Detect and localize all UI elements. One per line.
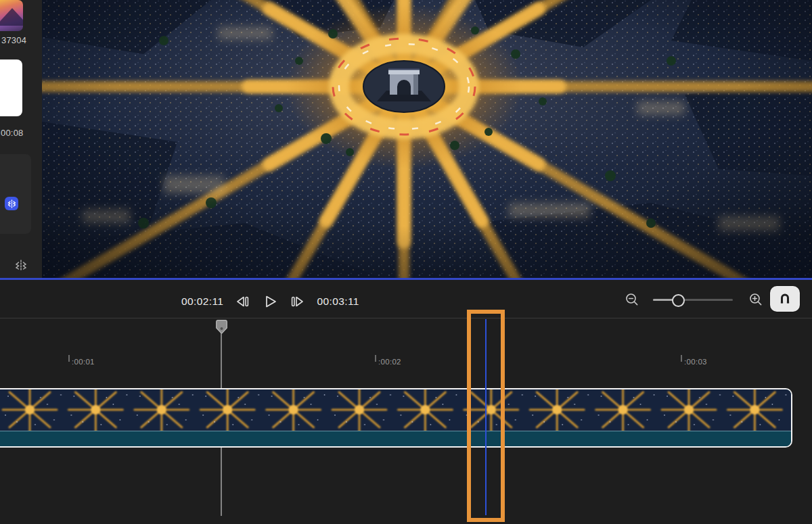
clip-filmstrip bbox=[0, 389, 791, 431]
video-preview[interactable] bbox=[42, 0, 812, 278]
next-frame-button[interactable] bbox=[289, 293, 307, 310]
snap-toggle-button[interactable] bbox=[770, 286, 800, 312]
zoom-out-button[interactable] bbox=[624, 291, 640, 308]
timeline-zoom-slider[interactable] bbox=[653, 291, 734, 308]
total-time: 00:03:11 bbox=[317, 295, 359, 308]
zoom-out-icon bbox=[625, 292, 639, 307]
ruler-tick bbox=[681, 355, 682, 362]
media-item-label: 37304 bbox=[1, 35, 26, 45]
mountain-art bbox=[0, 8, 23, 26]
media-thumbnail-landscape[interactable] bbox=[0, 0, 23, 31]
clip-audio-band bbox=[0, 431, 791, 446]
zoom-in-button[interactable] bbox=[748, 291, 764, 308]
highlight-annotation-box bbox=[467, 310, 505, 522]
split-glyph bbox=[14, 260, 28, 272]
media-item-duration: 00:08 bbox=[1, 128, 24, 138]
current-time: 00:02:11 bbox=[181, 295, 223, 308]
preview-night-city-image bbox=[42, 0, 812, 278]
ruler-tick bbox=[375, 355, 376, 362]
media-card[interactable] bbox=[0, 154, 31, 234]
ruler-tick-label: :00:02 bbox=[378, 358, 401, 366]
transport-controls: 00:02:11 bbox=[181, 293, 359, 310]
play-button[interactable] bbox=[261, 293, 279, 310]
split-adjust-glyph bbox=[7, 199, 16, 208]
ruler-tick bbox=[68, 355, 70, 362]
timeline-panel: 00:02:11 bbox=[0, 278, 812, 524]
timeline-ruler[interactable]: :00:01 :00:02 :00:03 bbox=[0, 318, 812, 338]
marker-head-icon[interactable] bbox=[216, 320, 227, 334]
media-thumbnail-white[interactable] bbox=[0, 59, 22, 116]
video-editor-app: 37304 00:08 bbox=[0, 0, 812, 524]
magnet-icon bbox=[777, 291, 793, 307]
ruler-tick-label: :00:01 bbox=[72, 358, 95, 366]
timeline-video-clip[interactable] bbox=[0, 388, 792, 448]
slider-handle[interactable] bbox=[672, 294, 685, 307]
previous-frame-icon bbox=[234, 294, 250, 309]
ruler-tick-label: :00:03 bbox=[684, 358, 707, 366]
previous-frame-button[interactable] bbox=[233, 293, 251, 310]
next-frame-icon bbox=[290, 294, 306, 309]
zoom-in-icon bbox=[748, 292, 763, 307]
split-icon[interactable] bbox=[12, 258, 30, 274]
split-adjust-icon[interactable] bbox=[5, 197, 18, 210]
play-icon bbox=[263, 294, 277, 309]
media-sidebar: 37304 00:08 bbox=[0, 0, 42, 278]
